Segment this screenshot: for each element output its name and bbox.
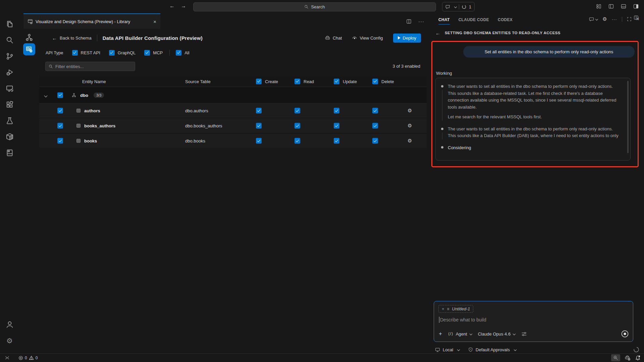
customize-layout-icon[interactable] xyxy=(596,4,601,9)
explorer-icon[interactable] xyxy=(0,16,19,32)
extensions-icon[interactable] xyxy=(0,97,19,113)
notifications-bell-icon[interactable] xyxy=(635,355,641,361)
table-row-books[interactable]: books dbo.books ⚙ xyxy=(39,134,427,149)
open-session-editor-icon[interactable] xyxy=(634,15,639,20)
dab-config-button[interactable] xyxy=(23,43,35,55)
row-checkbox[interactable] xyxy=(57,138,63,144)
new-chat-dropdown[interactable] xyxy=(589,17,598,22)
settings-gear-icon[interactable]: ⚙ xyxy=(0,333,19,349)
chat-button-label: Chat xyxy=(333,36,342,41)
create-checkbox[interactable] xyxy=(256,123,262,129)
delete-all-checkbox[interactable] xyxy=(372,78,378,84)
target-picker[interactable]: Local xyxy=(435,347,460,352)
nav-back-icon[interactable]: ← xyxy=(169,3,175,9)
all-checkbox[interactable] xyxy=(176,50,181,56)
dbo-group-checkbox[interactable] xyxy=(57,92,63,98)
container-tools-icon[interactable] xyxy=(0,129,19,145)
back-arrow-icon: ← xyxy=(52,35,57,41)
bullet-dot xyxy=(441,128,443,130)
copilot-chat-icon[interactable] xyxy=(445,4,450,9)
error-count: 0 xyxy=(25,356,27,360)
filter-entities-input[interactable]: Filter entities... xyxy=(45,62,135,71)
read-checkbox[interactable] xyxy=(294,123,300,129)
approvals-picker[interactable]: Default Approvals xyxy=(468,347,516,352)
chevron-down-icon xyxy=(595,18,598,20)
database-projects-icon[interactable] xyxy=(0,145,19,161)
read-all-checkbox[interactable] xyxy=(294,78,300,84)
tab-close-icon[interactable]: × xyxy=(153,19,156,24)
thinking-scrollbar[interactable] xyxy=(627,81,629,153)
problems-indicator[interactable]: 0 0 xyxy=(18,355,38,360)
back-to-schema-button[interactable]: ← Back to Schema xyxy=(52,35,92,41)
copilot-status-icon[interactable] xyxy=(625,355,631,361)
mode-picker[interactable]: ⟨/⟩ Agent xyxy=(448,331,472,337)
view-config-button[interactable]: View Config xyxy=(352,35,383,41)
thinking-box[interactable]: The user wants to set all entities in th… xyxy=(435,78,631,161)
row-settings-icon[interactable]: ⚙ xyxy=(408,108,412,114)
run-debug-icon[interactable] xyxy=(0,64,19,80)
beaker-icon[interactable] xyxy=(0,113,19,129)
chevron-down-icon[interactable] xyxy=(454,5,457,8)
toggle-primary-sidebar-icon[interactable] xyxy=(608,4,614,9)
create-all-checkbox[interactable] xyxy=(256,78,262,84)
command-center-search[interactable]: Search xyxy=(193,2,436,11)
deploy-button[interactable]: Deploy xyxy=(393,34,421,43)
toggle-secondary-sidebar-icon[interactable] xyxy=(633,4,639,9)
chat-settings-gear-icon[interactable]: ⚙ xyxy=(602,16,607,22)
schema-designer-icon[interactable] xyxy=(25,33,34,42)
rest-api-checkbox[interactable] xyxy=(72,50,78,56)
tab-codex[interactable]: CODEX xyxy=(498,17,513,24)
update-checkbox[interactable] xyxy=(334,138,339,144)
tab-visualize-design-schema[interactable]: Visualize and Design Schema (Preview) - … xyxy=(23,13,160,29)
zoom-indicator[interactable] xyxy=(611,354,620,361)
search-view-icon[interactable] xyxy=(0,32,19,48)
tools-sliders-icon[interactable] xyxy=(521,331,527,337)
zoom-in-icon xyxy=(613,355,618,360)
col-delete: Delete xyxy=(381,79,394,84)
chat-button[interactable]: Chat xyxy=(325,35,342,41)
delete-checkbox[interactable] xyxy=(372,123,378,129)
tab-chat[interactable]: CHAT xyxy=(438,17,450,24)
schema-group-row-dbo[interactable]: dbo 3/3 xyxy=(39,86,427,104)
row-settings-icon[interactable]: ⚙ xyxy=(408,123,412,129)
maximize-panel-icon[interactable] xyxy=(627,17,632,21)
nav-forward-icon[interactable]: → xyxy=(181,3,186,9)
split-editor-icon[interactable] xyxy=(406,19,412,24)
read-checkbox[interactable] xyxy=(294,108,300,114)
read-checkbox[interactable] xyxy=(294,138,300,144)
enabled-summary: 3 of 3 enabled xyxy=(393,64,420,69)
stop-button[interactable] xyxy=(621,330,629,338)
table-row-books-authors[interactable]: books_authors dbo.books_authors ⚙ xyxy=(39,119,427,134)
update-checkbox[interactable] xyxy=(334,123,339,129)
remote-explorer-icon[interactable] xyxy=(0,80,19,97)
session-back-icon[interactable]: ← xyxy=(435,30,440,36)
update-checkbox[interactable] xyxy=(334,108,339,114)
create-checkbox[interactable] xyxy=(256,108,262,114)
copilot-control-group[interactable]: 1 xyxy=(442,2,475,11)
row-checkbox[interactable] xyxy=(57,123,63,129)
row-checkbox[interactable] xyxy=(57,108,63,114)
more-actions-icon[interactable]: ··· xyxy=(418,18,424,24)
update-all-checkbox[interactable] xyxy=(334,78,339,84)
row-settings-icon[interactable]: ⚙ xyxy=(408,138,412,144)
collapse-chevron-icon[interactable] xyxy=(44,94,48,97)
model-picker[interactable]: Claude Opus 4.6 xyxy=(478,331,516,337)
thinking-item: The user wants to set all entities in th… xyxy=(441,83,622,121)
attach-icon[interactable]: + xyxy=(439,330,442,337)
tab-claude-code[interactable]: CLAUDE CODE xyxy=(459,17,489,24)
remote-indicator-icon[interactable] xyxy=(5,355,10,360)
context-chip[interactable]: + ≡ Untitled-1 xyxy=(438,305,473,313)
chat-more-icon[interactable]: ··· xyxy=(612,17,617,22)
table-row-authors[interactable]: authors dbo.authors ⚙ xyxy=(39,104,427,119)
graphql-checkbox[interactable] xyxy=(109,50,115,56)
toggle-panel-icon[interactable] xyxy=(621,4,626,9)
accounts-icon[interactable] xyxy=(0,316,19,333)
mcp-checkbox[interactable] xyxy=(144,50,150,56)
chat-input-box[interactable]: + ≡ Untitled-1 Describe what to build + … xyxy=(434,301,633,342)
delete-checkbox[interactable] xyxy=(372,108,378,114)
session-progress-icon[interactable] xyxy=(462,4,467,9)
delete-checkbox[interactable] xyxy=(372,138,378,144)
status-bar: 0 0 xyxy=(0,353,644,362)
source-control-icon[interactable] xyxy=(0,48,19,64)
create-checkbox[interactable] xyxy=(256,138,262,144)
